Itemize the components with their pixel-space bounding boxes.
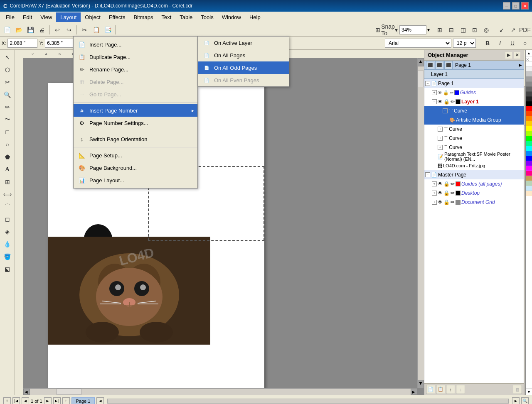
color-yellow-green[interactable] — [526, 131, 532, 136]
transparency-tool[interactable]: ◈ — [2, 226, 13, 238]
color-black[interactable] — [526, 101, 532, 106]
rename-page-item[interactable]: ✏ Rename Page... — [74, 63, 197, 76]
text-tool[interactable]: A — [2, 164, 13, 175]
doc-grid-lock[interactable]: 🔒 — [443, 199, 450, 205]
page-name-tab[interactable]: Page 1 — [71, 397, 95, 404]
switch-orientation-item[interactable]: ↕ Switch Page Orientation — [74, 133, 197, 145]
obj-manager-content[interactable]: − 📄 Page 1 + 👁 🔒 ✏ Guides − 👁 🔒 ✏ Lay — [424, 79, 524, 383]
guide-lock-icon[interactable]: 🔒 — [443, 90, 449, 95]
menu-bitmaps[interactable]: Bitmaps — [129, 12, 157, 22]
expand-curve3[interactable]: + — [438, 136, 443, 141]
save-button[interactable]: 💾 — [25, 24, 36, 35]
color-red[interactable] — [526, 106, 532, 111]
guides-all-edit[interactable]: ✏ — [451, 181, 455, 187]
layer1-eye-icon[interactable]: 👁 — [438, 99, 443, 105]
smart-fill[interactable]: ⬕ — [2, 263, 13, 275]
menu-window[interactable]: Window — [218, 12, 245, 22]
menu-text[interactable]: Text — [157, 12, 175, 22]
page-tab-scrollbar[interactable] — [107, 399, 509, 404]
color-magenta[interactable] — [526, 166, 532, 171]
tree-page1[interactable]: − 📄 Page 1 — [424, 79, 524, 88]
shape-tool[interactable]: ⬡ — [2, 64, 13, 76]
tree-paragraph-text[interactable]: 📝 Paragraph Text:SF Movie Poster (Normal… — [424, 152, 524, 161]
on-all-even-pages-item[interactable]: 📄 On All Even Pages — [198, 74, 289, 86]
menu-edit[interactable]: Edit — [19, 12, 36, 22]
color-blue[interactable] — [526, 156, 532, 161]
expand-curve2[interactable]: + — [438, 127, 443, 132]
zoom-dropdown-btn[interactable]: ▾ — [427, 27, 430, 33]
goto-page-item[interactable]: → Go to Page... — [74, 88, 197, 100]
fill-tool[interactable]: 🪣 — [2, 251, 13, 262]
color-red-orange[interactable] — [526, 111, 532, 116]
om-delete-btn[interactable]: 🗑 — [513, 385, 522, 394]
doc-grid-edit[interactable]: ✏ — [451, 199, 455, 205]
color-lightgray[interactable] — [526, 66, 532, 71]
canvas-scrollbar-v[interactable]: ▲ ▼ — [417, 58, 424, 388]
bold-button[interactable]: B — [482, 38, 493, 49]
page-tab-arrow[interactable]: ◄ — [96, 397, 104, 404]
menu-effects[interactable]: Effects — [105, 12, 130, 22]
palette-scroll-up[interactable]: ▲ — [526, 50, 532, 56]
underline-button[interactable]: U — [507, 38, 518, 49]
table-tool[interactable]: ⊞ — [2, 176, 13, 188]
on-all-odd-pages-item[interactable]: 📄 On All Odd Pages — [198, 61, 289, 74]
color-sky[interactable] — [526, 186, 532, 191]
zoom-fit-btn[interactable]: 🔍 — [521, 397, 529, 404]
page-prev-btn[interactable]: ◄ — [22, 397, 29, 404]
page-nav-add-btn[interactable]: + — [3, 397, 11, 404]
restore-button[interactable]: □ — [512, 2, 520, 10]
close-button[interactable]: ✕ — [521, 2, 529, 10]
layer1-edit-icon[interactable]: ✏ — [451, 99, 455, 105]
export-btn[interactable]: ↗ — [508, 24, 519, 35]
expand-doc-grid[interactable]: + — [432, 200, 437, 205]
zoom-input[interactable] — [399, 25, 426, 34]
view-btn2[interactable]: ⊟ — [446, 24, 457, 35]
om-new-layer-btn[interactable]: 📄 — [426, 385, 435, 394]
copy-button[interactable]: 📋 — [91, 24, 101, 35]
redo-button[interactable]: ↪ — [64, 24, 74, 35]
tree-layer1[interactable]: − 👁 🔒 ✏ Layer 1 — [424, 97, 524, 106]
color-gray3[interactable] — [526, 81, 532, 86]
freehand-tool[interactable]: ✏ — [2, 101, 13, 113]
color-none[interactable]: ✕ — [526, 56, 532, 61]
connector-tool[interactable]: ⌒ — [2, 201, 13, 213]
color-green[interactable] — [526, 136, 532, 141]
tree-master-page[interactable]: − 📄 Master Page — [424, 170, 524, 179]
tree-curve2[interactable]: + ⌒ Curve — [424, 125, 524, 134]
layer-icon1[interactable]: ⬛ — [426, 61, 434, 69]
font-size-select[interactable]: 12 pt — [453, 39, 476, 48]
circle-btn[interactable]: ○ — [520, 38, 530, 49]
om-move-down-btn[interactable]: ↓ — [456, 385, 465, 394]
page-last-btn[interactable]: ►| — [53, 397, 61, 404]
guide-edit-icon[interactable]: ✏ — [450, 90, 453, 95]
expand-master[interactable]: − — [425, 172, 430, 177]
drop-shadow-tool[interactable]: ◻ — [2, 213, 13, 225]
snap-btn[interactable]: Snap To▾ — [384, 24, 395, 35]
om-new-master-btn[interactable]: 📋 — [436, 385, 445, 394]
title-bar-controls[interactable]: ─ □ ✕ — [503, 2, 529, 10]
expand-guides[interactable]: + — [432, 90, 437, 95]
tree-guides[interactable]: + 👁 🔒 ✏ Guides — [424, 88, 524, 97]
guides-all-eye[interactable]: 👁 — [438, 181, 443, 187]
color-yellow[interactable] — [526, 126, 532, 131]
expand-guides-all[interactable]: + — [432, 181, 437, 186]
import-btn[interactable]: ↙ — [496, 24, 507, 35]
ellipse-tool[interactable]: ○ — [2, 139, 13, 150]
font-family-select[interactable]: Arial — [385, 39, 451, 48]
italic-button[interactable]: I — [495, 38, 505, 49]
obj-mgr-close-btn[interactable]: ✕ — [514, 52, 520, 59]
color-darkgray[interactable] — [526, 91, 532, 96]
color-gray4[interactable] — [526, 86, 532, 91]
color-purple[interactable] — [526, 161, 532, 166]
desktop-edit[interactable]: ✏ — [451, 190, 455, 196]
color-orange[interactable] — [526, 116, 532, 121]
delete-page-item[interactable]: 🗑 Delete Page... — [74, 76, 197, 88]
scroll-left-btn[interactable]: ◄ — [23, 389, 30, 395]
layer-icon2[interactable]: ⬛ — [435, 61, 443, 69]
polygon-tool[interactable]: ⬟ — [2, 151, 13, 163]
tree-lo4d-image[interactable]: 🖼 LO4D.com - Fritz.jpg — [424, 161, 524, 170]
menu-layout[interactable]: Layout — [56, 12, 81, 22]
y-input[interactable] — [45, 39, 75, 48]
scroll-thumb-h[interactable] — [57, 389, 81, 395]
scroll-down-btn[interactable]: ▼ — [418, 380, 424, 388]
